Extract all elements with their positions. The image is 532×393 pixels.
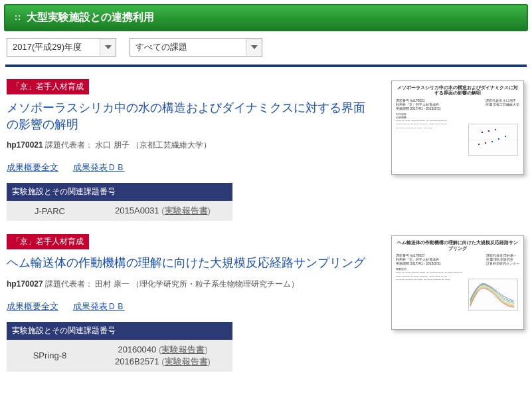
related-table: 実験施設とその関連課題番号 SPring-8 20160040 (実験報告書) … <box>7 322 232 372</box>
table-row: SPring-8 20160040 (実験報告書) 2016B2571 (実験報… <box>7 340 232 372</box>
facility-cell: J-PARC <box>7 201 93 221</box>
thumb-chart <box>468 279 518 311</box>
table-header: 実験施設とその関連課題番号 <box>7 322 232 340</box>
report-link[interactable]: 実験報告書 <box>165 356 208 366</box>
report-thumbnail[interactable]: メソポーラスシリカ中の水の構造およびダイナミクスに対する界面の影響の解明 課題番… <box>391 80 524 175</box>
year-select[interactable]: 2017(平成29)年度 <box>7 38 116 57</box>
related-table: 実験施設とその関連課題番号 J-PARC 2015A0031 (実験報告書) <box>7 183 232 221</box>
rep-name: 田村 康一 <box>95 279 129 289</box>
thumb-title: メソポーラスシリカ中の水の構造およびダイナミクスに対する界面の影響の解明 <box>396 85 519 96</box>
category-badge: 「京」若手人材育成 <box>7 79 89 94</box>
report-link[interactable]: 実験報告書 <box>165 205 208 215</box>
report-link[interactable]: 実験報告書 <box>161 344 205 354</box>
table-row: J-PARC 2015A0031 (実験報告書) <box>7 201 232 221</box>
filter-bar: 2017(平成29)年度 すべての課題 <box>0 38 532 65</box>
rep-label: 課題代表者： <box>45 279 93 289</box>
fulltext-link[interactable]: 成果概要全文 <box>7 301 58 311</box>
entry-title[interactable]: メソポーラスシリカ中の水の構造およびダイナミクスに対する界面の影響の解明 <box>7 100 375 133</box>
report-thumbnail[interactable]: ヘム輸送体の作動機構の理解に向けた大規模反応経路サンプリング 課題番号 hp17… <box>391 235 524 330</box>
fulltext-link[interactable]: 成果概要全文 <box>7 162 58 172</box>
thumb-meta: 課題番号 hp170027利用枠「京」若手人材育成枠実施期間 2017/4/1 … <box>396 253 519 265</box>
related-id: 2016B2571 <box>115 356 159 366</box>
related-id: 2015A0031 <box>115 205 159 215</box>
thumb-chart <box>468 124 518 156</box>
header-icon <box>15 15 21 21</box>
category-badge: 「京」若手人材育成 <box>7 234 89 249</box>
project-code: hp170021 <box>7 140 43 150</box>
chevron-down-icon <box>246 39 262 56</box>
thumb-title: ヘム輸送体の作動機構の理解に向けた大規模反応経路サンプリング <box>396 240 519 251</box>
page-header: 大型実験施設との連携利用 <box>4 4 528 31</box>
rep-label: 課題代表者： <box>45 140 93 150</box>
category-select-value: すべての課題 <box>130 41 246 53</box>
facility-cell: SPring-8 <box>7 340 93 372</box>
related-id-cell: 2015A0031 (実験報告書) <box>93 201 232 221</box>
thumb-meta: 課題番号 hp170021利用枠「京」若手人材育成枠実施期間 2017/4/1 … <box>396 98 519 110</box>
results-db-link[interactable]: 成果発表ＤＢ <box>73 301 125 311</box>
year-select-value: 2017(平成29)年度 <box>7 41 100 53</box>
page-title: 大型実験施設との連携利用 <box>27 11 154 25</box>
entry-title[interactable]: ヘム輸送体の作動機構の理解に向けた大規模反応経路サンプリング <box>7 255 375 271</box>
related-id: 20160040 <box>118 344 156 354</box>
rep-affiliation: （理化学研究所・粒子系生物物理研究チーム） <box>132 279 299 289</box>
project-code: hp170027 <box>7 279 43 289</box>
section-divider <box>5 65 527 67</box>
rep-name: 水口 朋子 <box>95 140 129 150</box>
results-db-link[interactable]: 成果発表ＤＢ <box>73 162 125 172</box>
table-header: 実験施設とその関連課題番号 <box>7 183 232 201</box>
chevron-down-icon <box>100 39 116 56</box>
category-select[interactable]: すべての課題 <box>130 38 262 57</box>
related-id-cell: 20160040 (実験報告書) 2016B2571 (実験報告書) <box>93 340 232 372</box>
rep-affiliation: （京都工芸繊維大学） <box>132 140 211 150</box>
result-entry: 「京」若手人材育成 ヘム輸送体の作動機構の理解に向けた大規模反応経路サンプリング… <box>0 230 532 380</box>
result-entry: 「京」若手人材育成 メソポーラスシリカ中の水の構造およびダイナミクスに対する界面… <box>0 75 532 230</box>
